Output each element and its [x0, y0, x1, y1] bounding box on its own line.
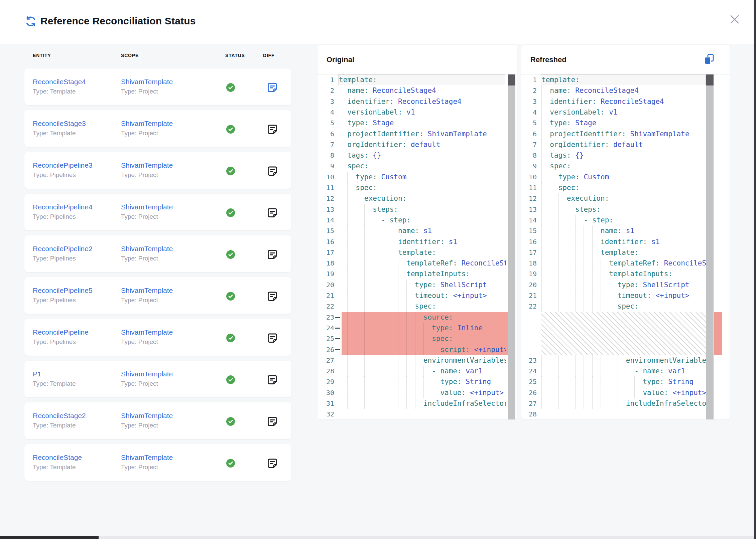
entity-link[interactable]: ReconcilePipeline2	[33, 244, 93, 253]
scope-type-label: Type: Project	[121, 296, 158, 304]
page-title: Reference Reconciliation Status	[40, 15, 196, 27]
entity-link[interactable]: ReconcileStage3	[33, 119, 86, 128]
table-row: ReconcilePipeline5Type: PipelinesShivamT…	[24, 277, 291, 314]
diff-overview-marker	[714, 312, 722, 355]
diff-button[interactable]	[267, 165, 278, 177]
entity-link[interactable]: ReconcileStage4	[33, 77, 86, 86]
diff-button[interactable]	[267, 291, 278, 302]
scope-type-label: Type: Project	[121, 338, 158, 346]
code-line: 14 - step:	[318, 215, 517, 226]
code-line: 11 spec:	[318, 182, 517, 193]
scope-link[interactable]: ShivamTemplate	[121, 77, 173, 86]
code-line: 25 type: String	[521, 376, 730, 387]
code-line: 19 templateInputs:	[318, 268, 517, 280]
refreshed-panel-title: Refreshed	[530, 55, 566, 64]
code-line: 32	[318, 409, 517, 419]
diff-button[interactable]	[267, 416, 278, 427]
code-line: 7 orgIdentifier: default	[521, 139, 730, 150]
table-row: ReconcileStage2Type: TemplateShivamTempl…	[24, 402, 291, 439]
code-line: 12 execution:	[318, 193, 517, 204]
scope-link[interactable]: ShivamTemplate	[121, 453, 173, 462]
refreshed-code-editor[interactable]: 1template:2 name: ReconcileStage43 ident…	[521, 74, 730, 419]
code-line: 2 name: ReconcileStage4	[318, 85, 517, 96]
diff-button[interactable]	[267, 458, 278, 469]
code-line: 30 value: <+input>	[318, 387, 517, 398]
diff-button[interactable]	[267, 82, 278, 93]
code-line: 14 - step:	[521, 215, 730, 226]
code-line: 17 template:	[521, 247, 730, 258]
table-row: ReconcileStageType: TemplateShivamTempla…	[24, 444, 291, 481]
editor-scrollbar[interactable]	[706, 74, 714, 419]
vertical-scrollbar[interactable]	[754, 0, 756, 539]
editor-scrollbar[interactable]	[508, 74, 515, 419]
scope-type-label: Type: Project	[121, 213, 158, 221]
diff-button[interactable]	[267, 207, 278, 218]
code-line: 24 type: Inline	[318, 323, 517, 334]
code-line: 31 includeInfraSelectors:	[318, 398, 517, 409]
code-line: 28	[521, 409, 730, 419]
entity-type-label: Type: Template	[33, 380, 76, 388]
diff-button[interactable]	[267, 332, 278, 344]
code-line: 2 name: ReconcileStage4	[521, 85, 730, 96]
scope-link[interactable]: ShivamTemplate	[121, 411, 173, 420]
entity-type-label: Type: Pipelines	[33, 296, 76, 304]
code-line: 4 versionLabel: v1	[521, 107, 730, 118]
code-line: 15 name: s1	[318, 225, 517, 236]
scope-type-label: Type: Project	[121, 171, 158, 179]
diff-button[interactable]	[267, 124, 278, 135]
scope-link[interactable]: ShivamTemplate	[121, 286, 173, 295]
column-header-diff: DIFF	[263, 53, 274, 58]
scope-link[interactable]: ShivamTemplate	[121, 203, 173, 211]
code-line: 23 environmentVariables:	[521, 355, 730, 366]
code-line: 24 - name: var1	[521, 366, 730, 377]
table-row: ReconcileStage3Type: TemplateShivamTempl…	[24, 110, 291, 147]
scope-type-label: Type: Project	[121, 129, 158, 137]
status-success-icon	[226, 208, 235, 217]
diff-button[interactable]	[267, 374, 278, 385]
scrollbar-cursor-marker	[508, 74, 515, 85]
code-line: 8 tags: {}	[521, 150, 730, 161]
scope-type-label: Type: Project	[121, 254, 158, 262]
code-line: 10 type: Custom	[521, 172, 730, 183]
horizontal-scrollbar-thumb[interactable]	[0, 536, 99, 539]
entity-link[interactable]: ReconcilePipeline5	[33, 286, 93, 295]
entity-link[interactable]: ReconcileStage	[33, 453, 82, 462]
code-line: 26 script: <+input>	[318, 344, 517, 355]
code-line: 22 spec:	[318, 301, 517, 312]
scope-link[interactable]: ShivamTemplate	[121, 370, 173, 378]
code-line: 16 identifier: s1	[521, 236, 730, 247]
code-line: 15 name: s1	[521, 225, 730, 236]
status-success-icon	[226, 375, 235, 384]
code-line: 6 projectIdentifier: ShivamTemplate	[521, 129, 730, 140]
entity-type-label: Type: Pipelines	[33, 254, 76, 262]
code-line: 6 projectIdentifier: ShivamTemplate	[318, 129, 517, 140]
entity-type-label: Type: Template	[33, 463, 76, 471]
entity-link[interactable]: ReconcilePipeline	[33, 328, 89, 337]
scope-link[interactable]: ShivamTemplate	[121, 244, 173, 253]
scope-link[interactable]: ShivamTemplate	[121, 161, 173, 170]
scope-type-label: Type: Project	[121, 463, 158, 471]
code-line: 4 versionLabel: v1	[318, 107, 517, 118]
code-line: 29 type: String	[318, 376, 517, 387]
code-line: 3 identifier: ReconcileStage4	[318, 96, 517, 107]
refresh-icon	[25, 15, 37, 27]
entity-type-label: Type: Template	[33, 421, 76, 429]
entity-link[interactable]: ReconcileStage2	[33, 411, 86, 420]
entity-link[interactable]: P1	[33, 370, 41, 378]
dialog-header: Reference Reconciliation Status	[0, 0, 756, 44]
entity-type-label: Type: Pipelines	[33, 171, 76, 179]
diff-button[interactable]	[267, 249, 278, 260]
scope-link[interactable]: ShivamTemplate	[121, 119, 173, 128]
refreshed-panel: Refreshed 1template:2 name: ReconcileSta…	[521, 45, 730, 419]
entity-link[interactable]: ReconcilePipeline3	[33, 161, 93, 170]
scope-type-label: Type: Project	[121, 380, 158, 388]
code-line: 28 - name: var1	[318, 366, 517, 377]
original-code-editor[interactable]: 1template:2 name: ReconcileStage43 ident…	[318, 74, 517, 419]
close-icon[interactable]	[728, 13, 741, 26]
entity-link[interactable]: ReconcilePipeline4	[33, 203, 93, 211]
code-line: 5 type: Stage	[318, 118, 517, 129]
original-panel-title: Original	[327, 55, 354, 64]
horizontal-scrollbar[interactable]	[0, 536, 754, 539]
copy-icon[interactable]	[704, 53, 715, 65]
scope-link[interactable]: ShivamTemplate	[121, 328, 173, 337]
